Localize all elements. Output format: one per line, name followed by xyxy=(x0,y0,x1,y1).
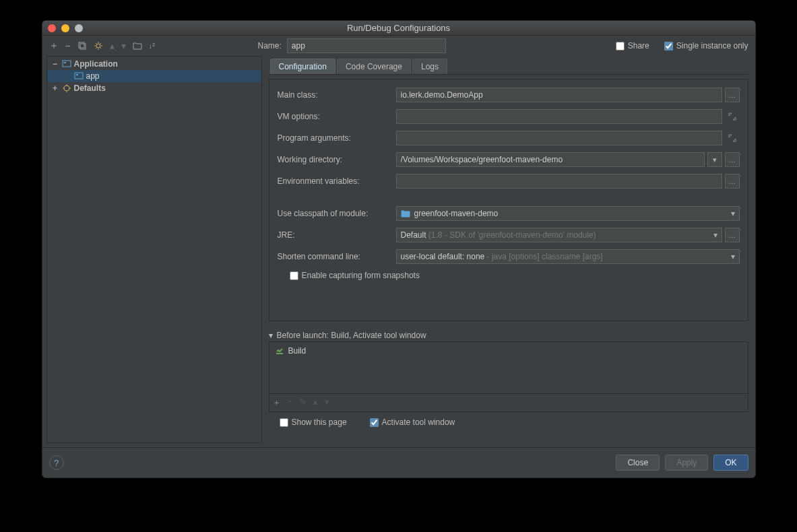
share-label: Share xyxy=(628,41,649,51)
apply-button[interactable]: Apply xyxy=(665,455,708,471)
vm-options-label: VM options: xyxy=(278,112,391,121)
svg-rect-0 xyxy=(79,42,84,48)
jre-label: JRE: xyxy=(278,230,391,240)
application-config-icon xyxy=(74,71,84,81)
run-debug-configurations-window: Run/Debug Configurations ＋ − ▴ ▾ ↓² xyxy=(42,20,756,478)
folder-icon[interactable] xyxy=(133,42,142,50)
svg-rect-1 xyxy=(80,44,86,49)
move-down-icon[interactable]: ▾ xyxy=(121,40,126,51)
shorten-label: Shorten command line: xyxy=(278,252,391,261)
titlebar: Run/Debug Configurations xyxy=(42,21,755,36)
browse-jre-button[interactable]: … xyxy=(725,228,740,242)
tab-code-coverage[interactable]: Code Coverage xyxy=(337,59,411,74)
move-up-icon[interactable]: ▴ xyxy=(110,40,115,51)
configuration-panel: Main class: … VM options: xyxy=(269,79,748,321)
tree-node-defaults[interactable]: + Defaults xyxy=(47,82,261,94)
shorten-hint: - java [options] classname [args] xyxy=(484,252,602,261)
program-args-label: Program arguments: xyxy=(278,133,391,143)
move-task-up-icon[interactable]: ▴ xyxy=(313,397,318,409)
activate-tool-window-checkbox[interactable] xyxy=(370,418,379,427)
close-button[interactable]: Close xyxy=(616,455,660,471)
expand-vm-options-icon[interactable] xyxy=(725,109,740,124)
tree-node-label: Defaults xyxy=(74,84,106,93)
before-launch-toolbar: ＋ − ✎ ▴ ▾ xyxy=(269,394,748,412)
classpath-label: Use classpath of module: xyxy=(278,209,391,218)
settings-icon[interactable] xyxy=(94,41,103,51)
shorten-command-select[interactable]: user-local default: none - java [options… xyxy=(396,249,740,264)
name-label: Name: xyxy=(258,41,282,51)
module-icon xyxy=(401,209,410,218)
config-tree: − Application app + xyxy=(46,56,262,443)
snapshots-label: Enable capturing form snapshots xyxy=(302,271,420,280)
show-this-page-label: Show this page xyxy=(292,418,347,427)
expand-program-args-icon[interactable] xyxy=(725,131,740,145)
edit-task-icon[interactable]: ✎ xyxy=(299,397,307,409)
before-launch-section: ▾ Before launch: Build, Activate tool wi… xyxy=(269,329,748,432)
remove-task-icon[interactable]: − xyxy=(288,397,293,409)
share-checkbox[interactable] xyxy=(616,42,625,51)
collapse-icon: ▾ xyxy=(269,331,273,340)
tree-node-app[interactable]: app xyxy=(47,70,261,82)
before-launch-title: Before launch: Build, Activate tool wind… xyxy=(277,331,426,340)
tab-bar: Configuration Code Coverage Logs xyxy=(269,59,748,75)
svg-rect-6 xyxy=(76,74,78,75)
classpath-module-select[interactable]: greenfoot-maven-demo ▾ xyxy=(396,206,740,221)
svg-point-7 xyxy=(64,86,69,91)
svg-rect-4 xyxy=(64,62,66,63)
collapse-icon[interactable]: − xyxy=(51,59,59,69)
help-button[interactable]: ? xyxy=(49,455,64,470)
snapshots-checkbox[interactable] xyxy=(290,271,298,280)
main-class-input[interactable] xyxy=(396,88,722,102)
show-this-page-checkbox[interactable] xyxy=(280,418,288,427)
single-instance-checkbox[interactable] xyxy=(664,42,673,51)
working-dir-label: Working directory: xyxy=(278,155,391,164)
expand-icon[interactable]: + xyxy=(51,84,59,93)
single-instance-label: Single instance only xyxy=(676,41,748,51)
ok-button[interactable]: OK xyxy=(713,455,748,471)
chevron-down-icon: ▾ xyxy=(713,230,718,240)
working-dir-dropdown-button[interactable]: ▾ xyxy=(707,152,722,167)
tree-node-label: Application xyxy=(74,59,118,69)
chevron-down-icon: ▾ xyxy=(731,209,735,218)
chevron-down-icon: ▾ xyxy=(731,252,735,261)
tab-configuration[interactable]: Configuration xyxy=(270,59,336,74)
build-icon xyxy=(275,346,284,356)
before-launch-item[interactable]: Build xyxy=(272,345,745,357)
activate-tool-window-label: Activate tool window xyxy=(382,418,455,427)
remove-config-icon[interactable]: − xyxy=(65,40,71,51)
tree-node-application[interactable]: − Application xyxy=(47,58,261,70)
add-task-icon[interactable]: ＋ xyxy=(272,397,281,409)
add-config-icon[interactable]: ＋ xyxy=(49,40,59,52)
jre-value: Default xyxy=(401,230,426,240)
svg-point-2 xyxy=(96,44,100,48)
working-dir-input[interactable] xyxy=(396,152,705,167)
before-launch-item-label: Build xyxy=(288,346,307,356)
env-vars-label: Environment variables: xyxy=(278,176,391,186)
classpath-module-value: greenfoot-maven-demo xyxy=(414,209,499,218)
before-launch-list[interactable]: Build xyxy=(269,341,748,394)
svg-rect-3 xyxy=(63,61,71,67)
copy-config-icon[interactable] xyxy=(77,41,87,51)
before-launch-header[interactable]: ▾ Before launch: Build, Activate tool wi… xyxy=(269,329,748,341)
env-vars-input[interactable] xyxy=(396,174,722,189)
svg-rect-5 xyxy=(75,73,83,79)
jre-select[interactable]: Default (1.8 - SDK of 'greenfoot-maven-d… xyxy=(396,228,722,242)
window-title: Run/Debug Configurations xyxy=(42,23,755,33)
jre-hint: (1.8 - SDK of 'greenfoot-maven-demo' mod… xyxy=(426,230,596,240)
move-task-down-icon[interactable]: ▾ xyxy=(325,397,329,409)
application-type-icon xyxy=(62,59,71,69)
browse-main-class-button[interactable]: … xyxy=(725,88,740,102)
main-class-label: Main class: xyxy=(278,90,391,100)
vm-options-input[interactable] xyxy=(396,109,722,124)
tab-logs[interactable]: Logs xyxy=(412,59,447,74)
name-input[interactable] xyxy=(287,38,446,53)
program-args-input[interactable] xyxy=(396,131,722,145)
tree-node-label: app xyxy=(86,71,100,81)
shorten-value: user-local default: none xyxy=(401,252,485,261)
sort-icon[interactable]: ↓² xyxy=(149,42,155,50)
svg-rect-8 xyxy=(276,353,283,354)
config-tree-toolbar: ＋ − ▴ ▾ ↓² xyxy=(42,36,258,56)
defaults-icon xyxy=(62,84,71,93)
browse-working-dir-button[interactable]: … xyxy=(725,152,740,167)
browse-env-vars-button[interactable]: … xyxy=(725,174,740,189)
